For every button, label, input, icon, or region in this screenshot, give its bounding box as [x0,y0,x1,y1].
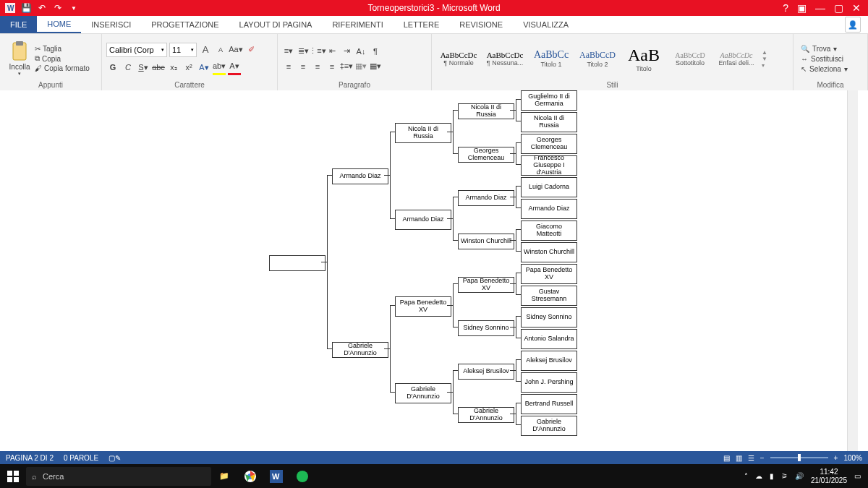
bracket-cell[interactable]: Papa Benedetto XV [395,296,451,317]
bracket-cell[interactable]: Nicola II di Russia [395,123,451,143]
tab-references[interactable]: RIFERIMENTI [322,16,393,33]
tab-design[interactable]: PROGETTAZIONE [141,16,229,33]
bracket-cell[interactable]: Armando Diaz [521,199,577,219]
status-words[interactable]: 0 PAROLE [64,454,98,462]
bracket-cell[interactable]: John J. Pershing [521,372,577,393]
styles-up-icon[interactable]: ▲ [762,49,767,56]
bracket-cell[interactable]: Gabriele D'Annunzio [395,383,451,403]
status-page[interactable]: PAGINA 2 DI 2 [6,454,54,462]
save-icon[interactable]: 💾 [20,2,32,14]
style-item[interactable]: AaBTitolo [621,43,666,74]
tray-chevron-icon[interactable]: ˄ [744,472,748,480]
zoom-out-icon[interactable]: − [760,454,765,462]
account-icon[interactable]: 👤 [845,17,861,33]
help-icon[interactable]: ? [783,2,788,14]
bracket-cell[interactable]: Papa Benedetto XV [458,277,514,293]
bracket-cell[interactable]: Georges Clemenceau [521,134,577,154]
style-item[interactable]: AaBbCcDc¶ Nessuna... [482,48,527,69]
numbering-icon[interactable]: ≣▾ [297,45,310,58]
bracket-cell[interactable]: Armando Diaz [332,168,388,184]
tab-view[interactable]: VISUALIZZA [513,16,579,33]
strike-icon[interactable]: abc [152,61,165,74]
line-spacing-icon[interactable]: ‡≡▾ [340,60,353,73]
clear-formatting-icon[interactable]: ✐ [244,43,258,56]
tray-onedrive-icon[interactable]: ☁ [755,472,762,480]
italic-icon[interactable]: C [122,61,135,74]
style-item[interactable]: AaBbCcDcEnfasi deli... [714,49,759,69]
text-effects-icon[interactable]: A▾ [197,61,210,74]
bracket-cell[interactable]: Nicola II di Russia [521,112,577,132]
bracket-cell[interactable]: Winston Churchill [521,242,577,262]
indent-icon[interactable]: ⇥ [340,45,353,58]
tab-file[interactable]: FILE [0,16,37,33]
tray-battery-icon[interactable]: ▮ [770,472,774,480]
ribbon-options-icon[interactable]: ▣ [797,2,807,14]
bracket-cell[interactable]: Guglielmo II di Germania [521,90,577,111]
change-case-icon[interactable]: Aa▾ [229,43,242,56]
style-item[interactable]: AaBbCcDc¶ Normale [436,48,481,69]
justify-icon[interactable]: ≡ [326,60,339,73]
borders-icon[interactable]: ▦▾ [369,60,382,73]
subscript-icon[interactable]: x₂ [167,61,180,74]
bracket-cell[interactable]: Gustav Stresemann [521,286,577,306]
font-size-select[interactable]: 11▾ [169,43,197,57]
zoom-slider[interactable] [770,457,828,458]
font-color-icon[interactable]: A▾ [228,60,241,75]
bullets-icon[interactable]: ≡▾ [282,45,295,58]
bracket-cell[interactable]: Bertrand Russell [521,394,577,414]
copy-button[interactable]: ⧉Copia [35,54,90,63]
bracket-cell[interactable]: Armando Diaz [395,210,451,230]
find-button[interactable]: 🔍Trova ▾ [798,44,851,53]
shading-icon[interactable]: ▦▾ [354,60,367,73]
taskbar-search[interactable]: ⌕ Cerca [26,467,211,486]
bracket-cell[interactable]: Sidney Sonnino [521,307,577,328]
bracket-cell[interactable]: Aleksej Brusilov [458,364,514,380]
highlight-icon[interactable]: ab▾ [213,60,226,75]
format-painter-button[interactable]: 🖌Copia formato [35,64,90,72]
bracket-cell[interactable]: Nicola II di Russia [458,103,514,119]
zoom-level[interactable]: 100% [843,454,862,462]
cut-button[interactable]: ✂Taglia [35,45,90,53]
taskbar-clock[interactable]: 11:42 21/01/2025 [811,468,847,485]
bracket-cell[interactable] [269,255,326,271]
bracket-cell[interactable]: Gabriele D'Annunzio [332,342,388,358]
bracket-cell[interactable]: Papa Benedetto XV [521,264,577,284]
redo-icon[interactable]: ↷ [52,2,64,14]
bracket-cell[interactable]: Francesco Giuseppe I d'Austria [521,155,577,176]
bracket-cell[interactable]: Luigi Cadorna [521,177,577,197]
close-icon[interactable]: ✕ [852,2,861,14]
sort-icon[interactable]: A↓ [354,45,367,58]
replace-button[interactable]: ↔Sostituisci [798,54,851,64]
styles-gallery[interactable]: AaBbCcDc¶ NormaleAaBbCcDc¶ Nessuna...AaB… [436,43,759,74]
tray-wifi-icon[interactable]: ⚞ [781,472,788,480]
zoom-in-icon[interactable]: + [834,454,838,462]
start-button[interactable] [0,464,26,488]
print-layout-icon[interactable]: ▥ [736,454,742,462]
paste-button[interactable]: Incolla ▾ [4,41,35,77]
tab-layout[interactable]: LAYOUT DI PAGINA [229,16,323,33]
bracket-cell[interactable]: Georges Clemenceau [458,147,514,163]
styles-down-icon[interactable]: ▼ [762,56,767,62]
explorer-icon[interactable]: 📁 [211,464,237,488]
style-item[interactable]: AaBbCcDSottotitolo [668,49,712,69]
style-item[interactable]: AaBbCcDTitolo 2 [575,48,620,70]
bracket-cell[interactable]: Gabriele D'Annunzio [521,416,577,436]
word-taskbar-icon[interactable]: W [263,464,289,488]
align-right-icon[interactable]: ≡ [311,60,324,73]
bracket-cell[interactable]: Giacomo Matteotti [521,221,577,241]
scrollbar-vertical[interactable] [847,90,858,451]
shrink-font-icon[interactable]: A [214,43,227,56]
style-item[interactable]: AaBbCcTitolo 1 [529,47,574,70]
tab-home[interactable]: HOME [37,16,81,33]
tab-mailings[interactable]: LETTERE [393,16,450,33]
web-layout-icon[interactable]: ☰ [748,454,754,462]
multilevel-icon[interactable]: ⋮≡▾ [311,45,324,58]
notifications-icon[interactable]: ▭ [854,472,861,480]
show-marks-icon[interactable]: ¶ [369,45,382,58]
undo-icon[interactable]: ↶ [36,2,48,14]
bracket-cell[interactable]: Sidney Sonnino [458,320,514,336]
minimize-icon[interactable]: — [815,2,825,14]
bracket-cell[interactable]: Gabriele D'Annunzio [458,407,514,423]
bracket-cell[interactable]: Aleksej Brusilov [521,351,577,371]
select-button[interactable]: ↖Seleziona ▾ [798,64,851,74]
